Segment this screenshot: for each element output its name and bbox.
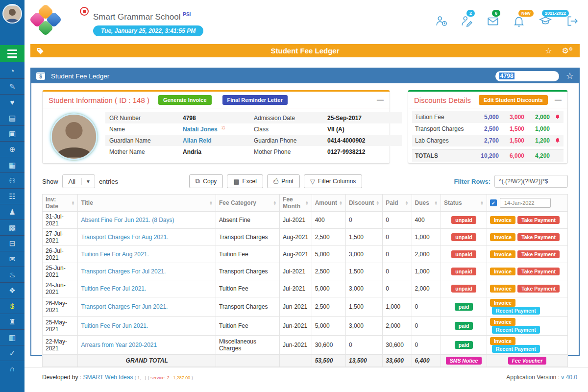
tasks-icon[interactable]: ✓	[0, 345, 24, 361]
column-header[interactable]: Fee Month ▲▼	[280, 195, 312, 212]
column-header[interactable]: Amount ▲▼	[312, 195, 345, 212]
column-header[interactable]: Title ▲▼	[78, 195, 216, 212]
status-badge[interactable]: paid	[455, 322, 473, 330]
sort-icon[interactable]: ▲▼	[271, 200, 276, 205]
academic-session-icon[interactable]: 2021-2022	[538, 15, 553, 29]
column-header[interactable]: Dues ▲▼	[412, 195, 441, 212]
student-edit-icon[interactable]: 2	[461, 15, 473, 29]
filter-rows-label[interactable]: Filter Rows:	[454, 178, 490, 185]
generate-invoice-button[interactable]: Generate Invoice	[158, 95, 212, 105]
sort-icon[interactable]: ▲▼	[207, 200, 213, 205]
invoice-button[interactable]: Invoice	[490, 216, 515, 224]
status-badge[interactable]: unpaid	[451, 250, 476, 258]
filter-columns-button[interactable]: ▽Filter Columns	[304, 174, 362, 188]
gallery-icon[interactable]: ▩	[0, 220, 24, 235]
date-filter-checkbox[interactable]: ✓	[490, 199, 497, 206]
bell-icon[interactable]	[555, 137, 561, 143]
excel-button[interactable]: ▤Excel	[227, 174, 263, 188]
fee-voucher-button[interactable]: Fee Voucher	[508, 357, 547, 365]
invoice-button[interactable]: Invoice	[490, 299, 515, 307]
take-payment-button[interactable]: Take Payment	[517, 216, 560, 224]
sms-notice-button[interactable]: SMS Notice	[446, 357, 482, 365]
take-payment-button[interactable]: Take Payment	[517, 285, 560, 293]
developer-link[interactable]: SMART Web Ideas	[83, 374, 133, 381]
column-header[interactable]: Discount ▲▼	[345, 195, 382, 212]
column-header[interactable]: Status ▲▼	[441, 195, 487, 212]
fee-title-link[interactable]: Tuition Fee For Jul 2021.	[81, 285, 146, 292]
sort-icon[interactable]: ▲▼	[432, 200, 438, 205]
edit-discounts-button[interactable]: Edit Student Discounts	[479, 95, 548, 105]
column-header[interactable]: Paid ▲▼	[383, 195, 412, 212]
invoice-button[interactable]: Invoice	[490, 285, 515, 293]
guardian-name-link[interactable]: Allan Reid	[183, 137, 254, 144]
alumni-icon[interactable]: ♜	[0, 314, 24, 329]
student-name-link[interactable]: Natali Jones☼	[183, 125, 254, 133]
sort-icon[interactable]: ▲▼	[478, 200, 484, 205]
recent-payment-button[interactable]: Recent Payment	[492, 345, 540, 353]
person-icon[interactable]: ⚇	[0, 172, 24, 188]
copy-button[interactable]: ⧉Copy	[189, 174, 223, 188]
invoice-button[interactable]: Invoice	[490, 233, 515, 241]
fee-title-link[interactable]: Tuition Fee For Jun 2021.	[81, 322, 148, 329]
sort-icon[interactable]: ▲▼	[303, 200, 309, 205]
invoice-button[interactable]: Invoice	[490, 250, 515, 258]
student-search-input[interactable]: 4798	[495, 71, 559, 81]
status-badge[interactable]: paid	[455, 341, 473, 349]
fee-title-link[interactable]: Arrears from Year 2020-2021	[81, 342, 157, 348]
column-header[interactable]: Inv: Date ▲▼	[43, 195, 78, 212]
mail-fee-icon[interactable]: ✉	[0, 251, 24, 267]
fee-ledger-icon[interactable]: $	[0, 298, 24, 314]
status-badge[interactable]: unpaid	[451, 268, 476, 275]
recent-payment-button[interactable]: Recent Payment	[492, 326, 540, 334]
menu-toggle-button[interactable]	[0, 45, 24, 62]
page-length-select[interactable]: All ▼	[62, 174, 95, 188]
health-icon[interactable]: ♥	[0, 94, 24, 110]
id-card-icon[interactable]: ▣	[0, 125, 24, 141]
graduation-icon[interactable]: ∩	[0, 361, 24, 376]
status-badge[interactable]: unpaid	[451, 233, 476, 241]
school-logo-icon[interactable]	[30, 4, 61, 36]
panel-star-icon[interactable]: ☆	[566, 71, 574, 81]
logout-icon[interactable]	[565, 15, 579, 29]
invoice-button[interactable]: Invoice	[490, 268, 515, 275]
sort-icon[interactable]: ▲▼	[374, 200, 379, 205]
take-payment-button[interactable]: Take Payment	[517, 233, 560, 241]
transport-icon[interactable]: ⊟	[0, 235, 24, 251]
print-button[interactable]: ⎙Print	[267, 174, 300, 188]
clipboard-icon[interactable]: ▦	[0, 157, 24, 172]
take-payment-button[interactable]: Take Payment	[517, 268, 560, 275]
collapse-icon[interactable]: —	[377, 96, 384, 104]
calendar-icon[interactable]: ☷	[0, 188, 24, 204]
fee-title-link[interactable]: Tuition Fee For Aug 2021.	[81, 251, 148, 258]
fee-card-icon[interactable]: ▤	[0, 110, 24, 125]
user-avatar[interactable]	[2, 4, 22, 24]
sort-icon[interactable]: ▲▼	[69, 200, 74, 205]
collapse-icon[interactable]: —	[555, 96, 562, 104]
take-payment-button[interactable]: Take Payment	[517, 250, 560, 258]
date-filter-input[interactable]	[500, 198, 551, 208]
settings-gears-icon[interactable]: ⚙⚙	[562, 46, 573, 55]
library-icon[interactable]: ❖	[0, 282, 24, 298]
sort-icon[interactable]: ▲▼	[403, 200, 409, 205]
fee-title-link[interactable]: Transport Charges For Aug 2021.	[81, 234, 168, 241]
messages-icon[interactable]: 6	[486, 15, 500, 29]
favorite-star-icon[interactable]: ☆	[545, 46, 552, 55]
final-reminder-button[interactable]: Final Reminder Letter	[222, 95, 288, 105]
sort-icon[interactable]: ▲▼	[337, 200, 343, 205]
status-badge[interactable]: unpaid	[451, 285, 476, 293]
fee-title-link[interactable]: Transport Charges For Jun 2021.	[81, 303, 168, 310]
status-badge[interactable]: paid	[455, 303, 473, 311]
bell-icon[interactable]	[555, 113, 561, 120]
column-header[interactable]: Fee Category ▲▼	[216, 195, 280, 212]
website-icon[interactable]: ⊕	[0, 141, 24, 157]
invoice-button[interactable]: Invoice	[490, 318, 515, 326]
student-admission-icon[interactable]: ✎	[0, 78, 24, 94]
fee-title-link[interactable]: Transport Charges For Jul 2021.	[81, 268, 166, 275]
recent-payment-button[interactable]: Recent Payment	[492, 307, 540, 315]
status-badge[interactable]: unpaid	[451, 216, 476, 224]
dashboard-icon[interactable]: ◔	[0, 63, 24, 78]
fee-title-link[interactable]: Absent Fine For Jun 2021. (8 Days)	[81, 217, 174, 223]
staff-icon[interactable]: ♟	[0, 204, 24, 220]
birthday-icon[interactable]: ♨	[0, 267, 24, 282]
card-heart-icon[interactable]: ▥	[0, 329, 24, 345]
